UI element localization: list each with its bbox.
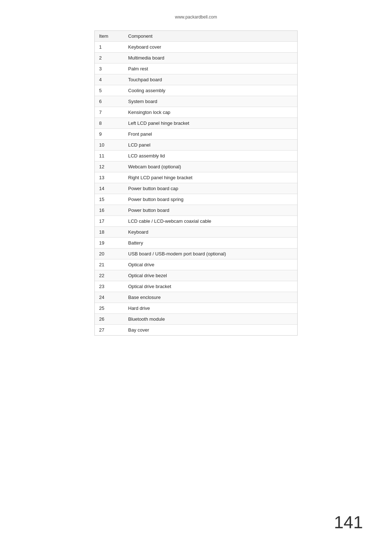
table-cell-component: Base enclosure [124, 292, 297, 303]
table-cell-item: 15 [95, 194, 124, 205]
table-cell-item: 26 [95, 314, 124, 324]
table-row: 9Front panel [95, 129, 297, 140]
table-cell-component: Power button board cap [124, 183, 297, 194]
table-cell-item: 4 [95, 74, 124, 85]
table-cell-component: Front panel [124, 129, 297, 139]
table-cell-item: 14 [95, 183, 124, 194]
table-cell-component: Palm rest [124, 63, 297, 74]
table-row: 26Bluetooth module [95, 314, 297, 325]
table-cell-item: 3 [95, 63, 124, 74]
table-cell-item: 10 [95, 140, 124, 150]
table-row: 12Webcam board (optional) [95, 161, 297, 172]
column-component-header: Component [124, 31, 297, 41]
table-cell-item: 9 [95, 129, 124, 139]
table-cell-component: USB board / USB-modem port board (option… [124, 249, 297, 259]
table-cell-component: Bay cover [124, 325, 297, 335]
table-cell-item: 25 [95, 303, 124, 313]
table-cell-component: Optical drive [124, 259, 297, 270]
table-cell-component: Optical drive bracket [124, 281, 297, 292]
table-row: 13Right LCD panel hinge bracket [95, 172, 297, 183]
table-row: 22Optical drive bezel [95, 270, 297, 281]
table-row: 17LCD cable / LCD-webcam coaxial cable [95, 216, 297, 227]
table-row: 19Battery [95, 238, 297, 249]
table-cell-component: LCD assembly lid [124, 151, 297, 161]
website-url: www.packardbell.com [175, 15, 217, 20]
table-row: 16Power button board [95, 205, 297, 216]
table-row: 5Cooling assembly [95, 85, 297, 96]
table-cell-item: 16 [95, 205, 124, 216]
table-cell-item: 18 [95, 227, 124, 237]
table-cell-component: System board [124, 96, 297, 107]
table-header-row: Item Component [95, 31, 297, 42]
page-number: 141 [334, 512, 363, 532]
table-cell-component: Webcam board (optional) [124, 161, 297, 172]
table-cell-item: 11 [95, 151, 124, 161]
table-cell-component: Optical drive bezel [124, 270, 297, 281]
table-row: 21Optical drive [95, 259, 297, 270]
table-cell-item: 17 [95, 216, 124, 226]
table-row: 23Optical drive bracket [95, 281, 297, 292]
table-row: 4Touchpad board [95, 74, 297, 85]
table-row: 20USB board / USB-modem port board (opti… [95, 249, 297, 259]
table-cell-item: 19 [95, 238, 124, 248]
table-cell-component: Touchpad board [124, 74, 297, 85]
table-row: 11LCD assembly lid [95, 151, 297, 161]
table-cell-component: Power button board spring [124, 194, 297, 205]
table-row: 1Keyboard cover [95, 42, 297, 53]
table-row: 18Keyboard [95, 227, 297, 238]
table-cell-component: Hard drive [124, 303, 297, 313]
table-cell-item: 27 [95, 325, 124, 335]
table-cell-item: 1 [95, 42, 124, 52]
table-cell-component: Left LCD panel hinge bracket [124, 118, 297, 128]
table-cell-component: Battery [124, 238, 297, 248]
page-header: www.packardbell.com [0, 0, 392, 30]
table-cell-component: Right LCD panel hinge bracket [124, 172, 297, 183]
table-cell-item: 8 [95, 118, 124, 128]
table-cell-item: 23 [95, 281, 124, 292]
table-row: 10LCD panel [95, 140, 297, 151]
table-cell-item: 20 [95, 249, 124, 259]
table-cell-component: LCD panel [124, 140, 297, 150]
components-table: Item Component 1Keyboard cover2Multimedi… [94, 30, 298, 336]
table-cell-component: Cooling assembly [124, 85, 297, 96]
table-cell-component: Kensington lock cap [124, 107, 297, 118]
table-row: 8Left LCD panel hinge bracket [95, 118, 297, 129]
table-cell-item: 24 [95, 292, 124, 303]
table-row: 2Multimedia board [95, 53, 297, 63]
table-row: 15Power button board spring [95, 194, 297, 205]
table-cell-item: 6 [95, 96, 124, 107]
table-cell-component: Bluetooth module [124, 314, 297, 324]
table-cell-item: 13 [95, 172, 124, 183]
table-cell-component: Keyboard [124, 227, 297, 237]
table-row: 27Bay cover [95, 325, 297, 335]
table-row: 24Base enclosure [95, 292, 297, 303]
table-cell-item: 12 [95, 161, 124, 172]
table-cell-item: 2 [95, 53, 124, 63]
table-cell-item: 7 [95, 107, 124, 118]
table-cell-component: LCD cable / LCD-webcam coaxial cable [124, 216, 297, 226]
table-row: 3Palm rest [95, 63, 297, 74]
table-row: 25Hard drive [95, 303, 297, 314]
column-item-header: Item [95, 31, 124, 41]
table-cell-item: 5 [95, 85, 124, 96]
table-row: 7Kensington lock cap [95, 107, 297, 118]
table-cell-component: Multimedia board [124, 53, 297, 63]
table-cell-component: Power button board [124, 205, 297, 216]
table-row: 14Power button board cap [95, 183, 297, 194]
table-cell-component: Keyboard cover [124, 42, 297, 52]
table-cell-item: 22 [95, 270, 124, 281]
table-cell-item: 21 [95, 259, 124, 270]
table-row: 6System board [95, 96, 297, 107]
